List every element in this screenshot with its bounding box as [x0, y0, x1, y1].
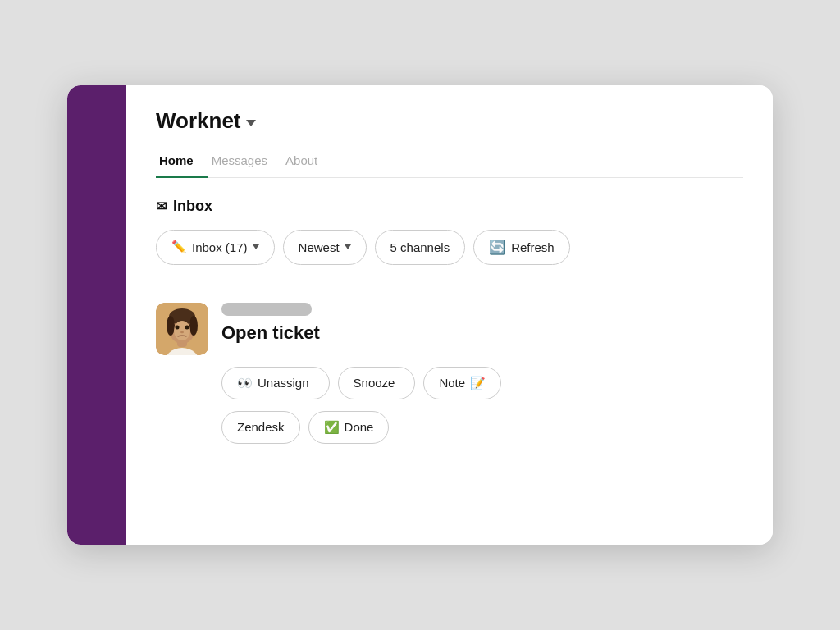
ticket-title: Open ticket	[221, 322, 320, 344]
snooze-label: Snooze	[354, 376, 395, 390]
svg-point-6	[189, 316, 198, 336]
memo-icon: 📝	[470, 376, 486, 390]
app-title: Worknet	[156, 108, 241, 134]
main-content: Worknet Home Messages About ✉ Inbox ✏️ I…	[126, 85, 773, 545]
inbox-filter-label: Inbox (17)	[192, 240, 248, 254]
title-chevron-icon[interactable]	[246, 120, 256, 126]
unassign-button[interactable]: 👀 Unassign	[221, 367, 330, 399]
inbox-toolbar: ✏️ Inbox (17) Newest 5 channels 🔄 Refres…	[156, 230, 743, 265]
sort-label: Newest	[299, 240, 340, 254]
ticket-name-bar	[221, 303, 312, 316]
channels-button[interactable]: 5 channels	[375, 230, 466, 265]
unassign-label: Unassign	[258, 376, 309, 390]
note-button[interactable]: Note 📝	[423, 367, 501, 399]
channels-label: 5 channels	[390, 240, 450, 254]
snooze-button[interactable]: Snooze	[338, 367, 416, 399]
ticket-header: Open ticket	[156, 303, 743, 355]
done-button[interactable]: ✅ Done	[308, 411, 390, 444]
sort-chevron-icon	[345, 244, 351, 249]
avatar-image	[156, 303, 208, 355]
avatar	[156, 303, 208, 355]
envelope-icon: ✉	[156, 199, 167, 214]
app-window: Worknet Home Messages About ✉ Inbox ✏️ I…	[67, 85, 773, 545]
pencil-icon: ✏️	[171, 240, 187, 254]
nav-tabs: Home Messages About	[156, 147, 743, 178]
tab-messages[interactable]: Messages	[208, 147, 282, 178]
done-label: Done	[345, 420, 374, 434]
sort-button[interactable]: Newest	[283, 230, 367, 265]
inbox-section-title: ✉ Inbox	[156, 198, 743, 215]
svg-point-5	[167, 316, 175, 336]
ticket-card: Open ticket 👀 Unassign Snooze Note 📝	[156, 288, 743, 444]
sidebar	[67, 85, 126, 545]
refresh-label: Refresh	[511, 240, 555, 254]
inbox-filter-button[interactable]: ✏️ Inbox (17)	[156, 230, 275, 265]
eyes-icon: 👀	[237, 376, 253, 390]
zendesk-label: Zendesk	[237, 420, 285, 434]
zendesk-button[interactable]: Zendesk	[221, 411, 300, 444]
svg-point-8	[176, 325, 180, 329]
svg-point-7	[174, 321, 190, 340]
ticket-actions-row2: Zendesk ✅ Done	[156, 411, 743, 444]
note-label: Note	[439, 376, 465, 390]
inbox-filter-chevron-icon	[253, 244, 259, 249]
refresh-icon: 🔄	[489, 239, 506, 256]
header-title: Worknet	[156, 108, 743, 134]
checkmark-icon: ✅	[324, 420, 340, 435]
tab-about[interactable]: About	[282, 147, 332, 178]
ticket-info: Open ticket	[221, 303, 320, 344]
inbox-title-text: Inbox	[173, 198, 212, 215]
svg-point-10	[180, 331, 184, 332]
refresh-button[interactable]: 🔄 Refresh	[473, 230, 570, 265]
ticket-actions-row1: 👀 Unassign Snooze Note 📝	[156, 367, 743, 399]
svg-point-9	[185, 325, 189, 329]
tab-home[interactable]: Home	[156, 147, 208, 178]
